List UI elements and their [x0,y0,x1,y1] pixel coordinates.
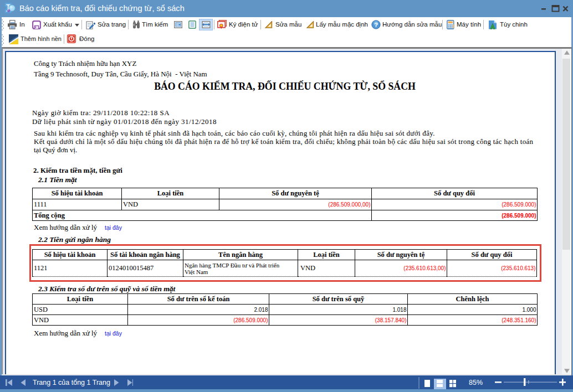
svg-text:?: ? [374,22,378,28]
